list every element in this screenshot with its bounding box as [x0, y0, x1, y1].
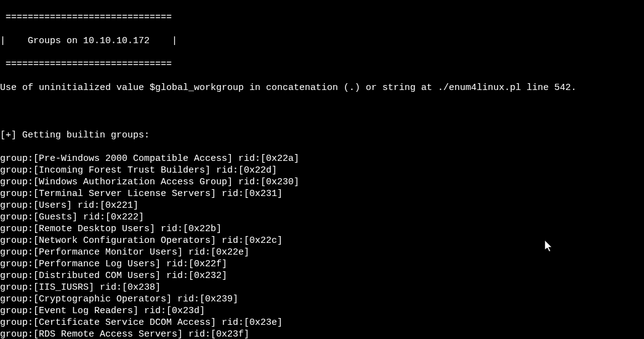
group-entry: group:[Guests] rid:[0x222]: [0, 211, 644, 223]
group-entry: group:[Users] rid:[0x221]: [0, 200, 644, 211]
error-line: Use of uninitialized value $global_workg…: [0, 82, 644, 94]
group-entry: group:[Windows Authorization Access Grou…: [0, 176, 644, 188]
group-entry: group:[IIS_IUSRS] rid:[0x238]: [0, 282, 644, 293]
header-separator-bottom: ==============================: [0, 59, 644, 70]
group-entry: group:[Incoming Forest Trust Builders] r…: [0, 165, 644, 176]
section-header: [+] Getting builtin groups:: [0, 129, 644, 141]
group-entry: group:[Terminal Server License Servers] …: [0, 188, 644, 200]
group-entry: group:[Remote Desktop Users] rid:[0x22b]: [0, 223, 644, 235]
group-entry: group:[Certificate Service DCOM Access] …: [0, 317, 644, 329]
group-entry: group:[Distributed COM Users] rid:[0x232…: [0, 270, 644, 282]
group-entry: group:[Cryptographic Operators] rid:[0x2…: [0, 293, 644, 305]
group-entry: group:[Performance Log Users] rid:[0x22f…: [0, 258, 644, 270]
groups-list: group:[Pre-Windows 2000 Compatible Acces…: [0, 153, 644, 339]
header-title: | Groups on 10.10.10.172 |: [0, 35, 644, 47]
group-entry: group:[Pre-Windows 2000 Compatible Acces…: [0, 153, 644, 165]
group-entry: group:[Performance Monitor Users] rid:[0…: [0, 247, 644, 258]
blank-line: [0, 105, 644, 117]
group-entry: group:[RDS Remote Access Servers] rid:[0…: [0, 329, 644, 339]
terminal-output[interactable]: ============================== | Groups …: [0, 0, 644, 339]
group-entry: group:[Network Configuration Operators] …: [0, 235, 644, 247]
group-entry: group:[Event Log Readers] rid:[0x23d]: [0, 305, 644, 317]
header-separator-top: ==============================: [0, 12, 644, 23]
